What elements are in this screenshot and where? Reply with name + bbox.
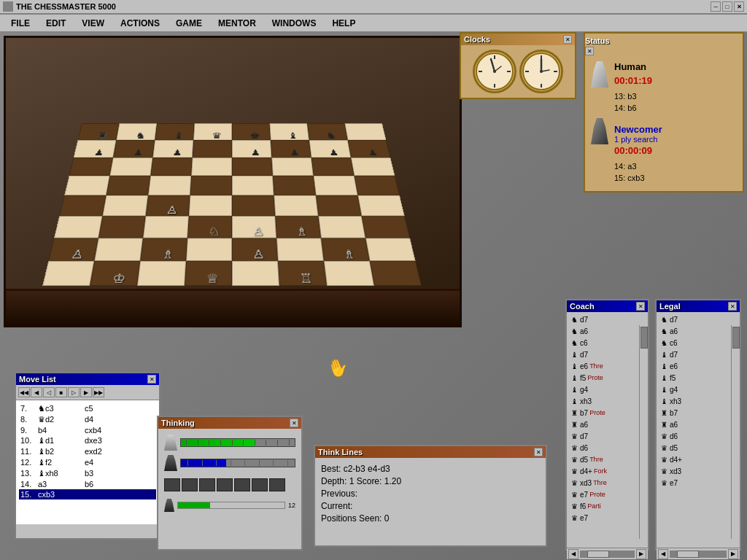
cell-e6[interactable] (232, 158, 273, 176)
cell-f4[interactable] (274, 195, 318, 216)
coach-scrollbar[interactable] (639, 325, 648, 539)
nav-last-button[interactable]: ▶▶ (93, 387, 104, 397)
cell-h5[interactable] (355, 176, 400, 195)
menu-mentor[interactable]: MENTOR (210, 16, 264, 31)
cell-a7[interactable] (74, 140, 117, 158)
menu-windows[interactable]: WINDOWS (264, 16, 325, 31)
cell-b7[interactable] (113, 140, 155, 158)
cell-g4[interactable] (316, 195, 362, 216)
move-list-close-button[interactable]: ✕ (147, 375, 156, 384)
cell-b2[interactable] (94, 238, 143, 261)
cell-f2[interactable] (276, 238, 324, 261)
cell-f1[interactable] (278, 261, 327, 286)
legal-scroll-left[interactable]: ◀ (658, 549, 668, 559)
cell-c2[interactable] (140, 238, 187, 261)
cell-d4[interactable] (189, 195, 232, 216)
cell-d1[interactable] (185, 261, 232, 286)
cell-g5[interactable] (314, 176, 358, 195)
legal-scrollbar-thumb[interactable] (732, 327, 740, 349)
cell-d2[interactable] (186, 238, 232, 261)
cell-f3[interactable] (275, 216, 321, 238)
close-button[interactable]: ✕ (734, 1, 744, 12)
cell-c1[interactable] (137, 261, 186, 286)
status-close-button[interactable]: ✕ (585, 47, 594, 55)
cell-c5[interactable] (148, 176, 191, 195)
cell-f5[interactable] (273, 176, 316, 195)
cell-a8[interactable] (77, 123, 119, 140)
cell-h6[interactable] (351, 158, 395, 176)
nav-prev-button[interactable]: ◀ (31, 387, 42, 397)
cell-f7[interactable] (271, 140, 311, 158)
legal-close-button[interactable]: ✕ (728, 302, 737, 311)
cell-a1[interactable] (42, 261, 94, 286)
cell-h4[interactable] (357, 195, 404, 216)
think-lines-close-button[interactable]: ✕ (534, 448, 543, 456)
nav-forward-button[interactable]: ▷ (68, 387, 80, 397)
cell-a3[interactable] (54, 216, 102, 238)
menu-game[interactable]: GAME (168, 16, 210, 31)
cell-d3[interactable] (187, 216, 232, 238)
cell-e5[interactable] (232, 176, 274, 195)
cell-d5[interactable] (190, 176, 232, 195)
coach-scroll-thumb-h[interactable] (587, 551, 609, 558)
cell-e8[interactable] (232, 123, 271, 140)
legal-scrollbar[interactable] (731, 325, 740, 539)
cell-c7[interactable] (152, 140, 193, 158)
legal-scroll-right[interactable]: ▶ (728, 549, 738, 559)
cell-e1[interactable] (232, 261, 279, 286)
coach-scroll-left[interactable]: ◀ (568, 549, 578, 559)
cell-b5[interactable] (107, 176, 151, 195)
cell-h8[interactable] (345, 123, 387, 140)
cell-e7[interactable] (232, 140, 271, 158)
nav-first-button[interactable]: ◀◀ (18, 387, 30, 397)
chess-board-area[interactable]: ♜ ♞ ♝ ♛ ♚ ♝ ♞ ♟ ♟ ♟ ♟ ♟ ♟ ♟ ♙ ♘ ♙ ♗ ♙ ♗ … (0, 32, 465, 335)
clocks-close-button[interactable]: ✕ (563, 35, 572, 44)
cell-d7[interactable] (193, 140, 232, 158)
cell-e3[interactable] (232, 216, 276, 238)
cell-h7[interactable] (348, 140, 391, 158)
cell-g1[interactable] (324, 261, 374, 286)
cell-d8[interactable] (193, 123, 232, 140)
minimize-button[interactable]: ─ (711, 1, 721, 12)
nav-stop-button[interactable]: ■ (55, 387, 67, 397)
menu-file[interactable]: FILE (3, 16, 38, 31)
cell-g6[interactable] (311, 158, 355, 176)
cell-b8[interactable] (116, 123, 157, 140)
menu-edit[interactable]: EDIT (38, 16, 74, 31)
menu-view[interactable]: VIEW (74, 16, 112, 31)
coach-scrollbar-thumb[interactable] (640, 327, 648, 349)
cell-e4[interactable] (232, 195, 275, 216)
cell-h1[interactable] (370, 261, 422, 286)
cell-f8[interactable] (270, 123, 309, 140)
cell-c3[interactable] (143, 216, 189, 238)
cell-b1[interactable] (90, 261, 140, 286)
nav-next-button[interactable]: ▶ (80, 387, 92, 397)
cell-a2[interactable] (48, 238, 98, 261)
cell-d6[interactable] (191, 158, 232, 176)
coach-close-button[interactable]: ✕ (636, 302, 645, 311)
maximize-button[interactable]: □ (722, 1, 732, 12)
cell-a5[interactable] (64, 176, 109, 195)
cell-c4[interactable] (146, 195, 190, 216)
cell-c6[interactable] (150, 158, 192, 176)
cell-a4[interactable] (59, 195, 106, 216)
thinking-close-button[interactable]: ✕ (290, 419, 298, 427)
cell-g2[interactable] (321, 238, 370, 261)
cell-b4[interactable] (102, 195, 148, 216)
cell-h3[interactable] (362, 216, 410, 238)
cell-b6[interactable] (109, 158, 152, 176)
cell-e2[interactable] (232, 238, 278, 261)
cell-h2[interactable] (365, 238, 416, 261)
cell-c8[interactable] (155, 123, 194, 140)
cell-f6[interactable] (271, 158, 313, 176)
nav-back-button[interactable]: ◁ (43, 387, 55, 397)
cell-a6[interactable] (69, 158, 113, 176)
menu-actions[interactable]: ACTIONS (112, 16, 168, 31)
coach-scroll-right[interactable]: ▶ (636, 549, 646, 559)
cell-b3[interactable] (98, 216, 146, 238)
cell-g3[interactable] (318, 216, 365, 238)
cell-g7[interactable] (309, 140, 351, 158)
cell-g8[interactable] (307, 123, 348, 140)
menu-help[interactable]: HELP (324, 16, 363, 31)
legal-scroll-thumb-h[interactable] (677, 551, 699, 558)
